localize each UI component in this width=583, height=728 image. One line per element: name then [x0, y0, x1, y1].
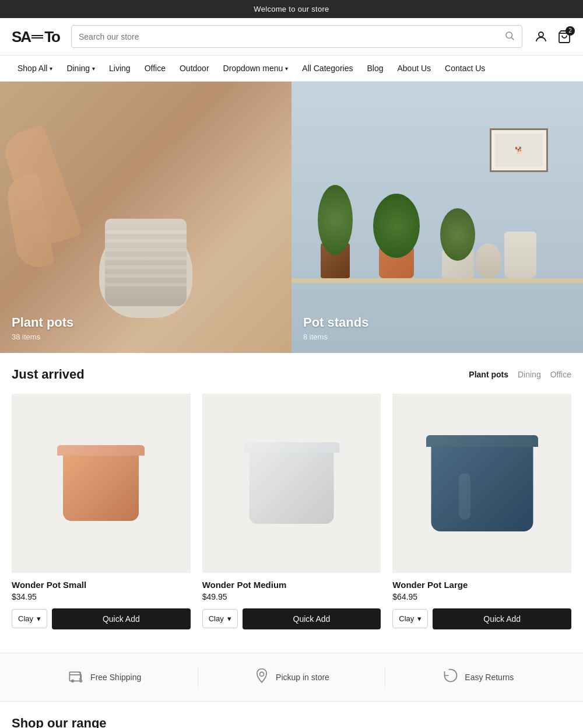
shop-range-title: Shop our range: [12, 716, 571, 728]
section-title: Just arrived: [12, 367, 85, 382]
hero-right-text: Pot stands 8 items: [303, 315, 368, 341]
feature-free-shipping: Free Shipping: [12, 667, 198, 687]
nav-item-contact[interactable]: Contact Us: [439, 61, 491, 75]
product-card-large: Wonder Pot Large $64.95 Clay ▾ Quick Add: [392, 394, 571, 629]
variant-select-medium[interactable]: Clay ▾: [202, 609, 238, 628]
nav-item-blog[interactable]: Blog: [361, 61, 389, 75]
nav-item-outdoor[interactable]: Outdoor: [174, 61, 215, 75]
product-image-large[interactable]: [392, 394, 571, 573]
nav-item-dropdown[interactable]: Dropdown menu ▾: [217, 61, 294, 75]
quick-add-button-medium[interactable]: Quick Add: [243, 608, 381, 629]
hero-grid: Plant pots 38 items 🐕: [0, 82, 583, 353]
filter-plant-pots[interactable]: Plant pots: [469, 370, 508, 379]
feature-returns: Easy Returns: [385, 667, 571, 687]
chevron-down-icon: ▾: [285, 65, 288, 72]
hero-plant-pots[interactable]: Plant pots 38 items: [0, 82, 292, 353]
cart-icon[interactable]: 2: [557, 30, 571, 44]
product-price-medium: $49.95: [202, 592, 381, 601]
account-icon[interactable]: [534, 30, 548, 44]
hero-pot-stands-title: Pot stands: [303, 315, 368, 330]
nav-item-all-categories[interactable]: All Categories: [296, 61, 359, 75]
shop-range-section: Shop our range: [0, 702, 583, 728]
hero-pot-stands-count: 8 items: [303, 332, 368, 341]
chevron-down-icon: ▾: [417, 614, 422, 623]
top-banner: Welcome to our store: [0, 0, 583, 18]
hero-plant-pots-title: Plant pots: [12, 315, 73, 330]
product-grid: Wonder Pot Small $34.95 Clay ▾ Quick Add…: [12, 394, 571, 629]
product-name-medium: Wonder Pot Medium: [202, 580, 381, 590]
search-bar: [71, 25, 522, 48]
nav-item-office[interactable]: Office: [139, 61, 171, 75]
nav-item-dining[interactable]: Dining ▾: [61, 61, 101, 75]
search-icon[interactable]: [504, 30, 515, 43]
filter-dining[interactable]: Dining: [518, 370, 541, 379]
chevron-down-icon: ▾: [37, 614, 41, 623]
feature-label-returns: Easy Returns: [465, 673, 514, 682]
feature-pickup: Pickup in store: [198, 667, 384, 687]
svg-point-6: [80, 680, 82, 682]
quick-add-button-small[interactable]: Quick Add: [52, 608, 191, 629]
product-name-small: Wonder Pot Small: [12, 580, 191, 590]
product-price-small: $34.95: [12, 592, 191, 601]
product-actions-medium: Clay ▾ Quick Add: [202, 608, 381, 629]
pickup-icon: [254, 667, 270, 687]
header-icons: 2: [534, 30, 571, 44]
chevron-down-icon: ▾: [50, 65, 52, 72]
features-bar: Free Shipping Pickup in store Easy Retur…: [0, 653, 583, 702]
svg-point-7: [260, 672, 264, 676]
product-price-large: $64.95: [392, 592, 571, 601]
chevron-down-icon: ▾: [92, 65, 95, 72]
product-name-large: Wonder Pot Large: [392, 580, 571, 590]
feature-label-shipping: Free Shipping: [90, 673, 141, 682]
svg-rect-4: [69, 672, 80, 681]
svg-point-2: [539, 32, 543, 37]
product-actions-small: Clay ▾ Quick Add: [12, 608, 191, 629]
product-image-small[interactable]: [12, 394, 191, 573]
variant-select-large[interactable]: Clay ▾: [392, 609, 428, 628]
hero-plant-pots-count: 38 items: [12, 332, 73, 341]
nav: Shop All ▾ Dining ▾ Living Office Outdoo…: [0, 55, 583, 82]
quick-add-button-large[interactable]: Quick Add: [433, 608, 571, 629]
svg-line-1: [511, 37, 514, 40]
section-filters: Plant pots Dining Office: [469, 370, 571, 379]
product-image-medium[interactable]: [202, 394, 381, 573]
product-card-small: Wonder Pot Small $34.95 Clay ▾ Quick Add: [12, 394, 191, 629]
variant-select-small[interactable]: Clay ▾: [12, 609, 47, 628]
just-arrived-section: Just arrived Plant pots Dining Office Wo…: [0, 353, 583, 639]
nav-item-shop-all[interactable]: Shop All ▾: [12, 61, 58, 75]
shipping-icon: [68, 667, 85, 687]
search-input[interactable]: [79, 32, 500, 41]
chevron-down-icon: ▾: [227, 614, 231, 623]
header: SATo 2: [0, 18, 583, 55]
svg-point-0: [506, 32, 512, 38]
nav-item-about[interactable]: About Us: [392, 61, 437, 75]
filter-office[interactable]: Office: [550, 370, 571, 379]
product-actions-large: Clay ▾ Quick Add: [392, 608, 571, 629]
hero-left-text: Plant pots 38 items: [12, 315, 73, 341]
returns-icon: [442, 667, 459, 687]
logo[interactable]: SATo: [12, 27, 59, 46]
product-card-medium: Wonder Pot Medium $49.95 Clay ▾ Quick Ad…: [202, 394, 381, 629]
nav-item-living[interactable]: Living: [103, 61, 136, 75]
hero-pot-stands[interactable]: 🐕 Pot stands 8 items: [292, 82, 583, 353]
section-header: Just arrived Plant pots Dining Office: [12, 367, 571, 382]
cart-badge: 2: [566, 26, 575, 36]
feature-label-pickup: Pickup in store: [276, 673, 329, 682]
